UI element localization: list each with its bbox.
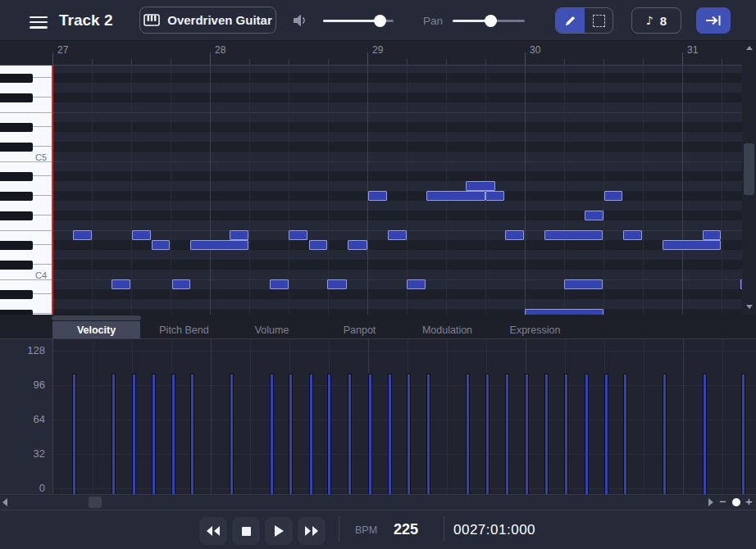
zoom-out-icon[interactable]: −	[719, 494, 726, 508]
midi-note[interactable]	[663, 240, 721, 250]
midi-note[interactable]	[505, 230, 524, 240]
instrument-button[interactable]: Overdriven Guitar	[139, 7, 276, 34]
volume-slider-knob[interactable]	[374, 15, 386, 27]
velocity-bar[interactable]	[741, 374, 745, 494]
midi-note[interactable]	[368, 191, 387, 201]
midi-note[interactable]	[73, 230, 92, 240]
midi-note[interactable]	[190, 240, 248, 250]
midi-note[interactable]	[112, 279, 130, 289]
velocity-bar[interactable]	[72, 374, 76, 494]
tab-panpot[interactable]: Panpot	[316, 321, 403, 338]
velocity-bar[interactable]	[348, 374, 352, 494]
tab-expression[interactable]: Expression	[491, 321, 579, 338]
velocity-bar[interactable]	[152, 374, 156, 494]
black-key[interactable]	[0, 172, 33, 181]
zoom-in-icon[interactable]: +	[745, 494, 753, 508]
velocity-bar[interactable]	[505, 374, 509, 494]
midi-note[interactable]	[327, 279, 347, 289]
midi-note[interactable]	[466, 181, 495, 191]
black-key[interactable]	[0, 143, 33, 152]
rewind-button[interactable]	[199, 517, 227, 545]
midi-note[interactable]	[525, 309, 603, 315]
tab-modulation[interactable]: Modulation	[403, 321, 491, 338]
velocity-bar[interactable]	[190, 374, 194, 494]
velocity-bar[interactable]	[388, 374, 392, 494]
velocity-bar[interactable]	[309, 374, 313, 494]
velocity-bar[interactable]	[585, 374, 589, 494]
black-key[interactable]	[0, 261, 33, 270]
midi-note[interactable]	[348, 240, 367, 250]
midi-note[interactable]	[604, 191, 622, 201]
midi-note[interactable]	[230, 230, 248, 240]
black-key[interactable]	[0, 241, 33, 250]
tab-volume[interactable]: Volume	[228, 321, 316, 338]
midi-note[interactable]	[544, 230, 603, 240]
midi-note[interactable]	[152, 240, 170, 250]
velocity-bar[interactable]	[623, 374, 627, 494]
velocity-bar[interactable]	[132, 374, 136, 494]
velocity-bar[interactable]	[703, 374, 707, 494]
midi-note[interactable]	[485, 191, 504, 201]
black-key[interactable]	[0, 192, 33, 201]
midi-note[interactable]	[703, 230, 721, 240]
tab-pitch-bend[interactable]: Pitch Bend	[140, 321, 228, 338]
velocity-bar[interactable]	[327, 374, 331, 494]
roll-horizontal-scrollbar[interactable]	[0, 315, 756, 321]
velocity-bar[interactable]	[485, 374, 490, 494]
midi-note[interactable]	[564, 279, 603, 289]
midi-note[interactable]	[623, 230, 642, 240]
midi-note[interactable]	[132, 230, 151, 240]
roll-horizontal-scrollbar-thumb[interactable]	[52, 315, 141, 320]
velocity-bar[interactable]	[289, 374, 293, 494]
selection-tool-button[interactable]	[585, 8, 613, 33]
vertical-scrollbar-thumb[interactable]	[744, 143, 754, 195]
midi-note[interactable]	[309, 240, 327, 250]
velocity-bar[interactable]	[466, 374, 470, 494]
black-key[interactable]	[0, 211, 33, 220]
velocity-bar[interactable]	[525, 374, 529, 494]
velocity-bar[interactable]	[604, 374, 608, 494]
black-key[interactable]	[0, 93, 33, 102]
midi-note[interactable]	[172, 279, 190, 289]
midi-note[interactable]	[270, 279, 289, 289]
velocity-bar[interactable]	[564, 374, 568, 494]
velocity-bar[interactable]	[270, 374, 274, 494]
midi-note[interactable]	[289, 230, 307, 240]
note-length-button[interactable]: ♪ 8	[631, 7, 681, 34]
velocity-bar[interactable]	[426, 374, 430, 494]
midi-note[interactable]	[388, 230, 407, 240]
velocity-chart[interactable]	[52, 339, 756, 494]
bpm-value[interactable]: 225	[394, 521, 418, 538]
piano-keyboard[interactable]: C5C4	[0, 66, 52, 315]
fast-forward-button[interactable]	[298, 517, 326, 545]
black-key[interactable]	[0, 74, 33, 83]
scroll-up-icon[interactable]	[746, 46, 753, 50]
black-key[interactable]	[0, 123, 33, 132]
scroll-left-icon[interactable]	[2, 498, 7, 506]
midi-note[interactable]	[426, 191, 485, 201]
pencil-tool-button[interactable]	[556, 8, 585, 33]
velocity-bar[interactable]	[230, 374, 234, 494]
jump-to-cursor-button[interactable]	[696, 7, 731, 34]
stop-button[interactable]	[232, 517, 260, 545]
menu-button[interactable]	[30, 13, 48, 31]
pan-slider-knob[interactable]	[485, 15, 497, 27]
black-key[interactable]	[0, 290, 33, 299]
velocity-bar[interactable]	[663, 374, 667, 494]
velocity-bar[interactable]	[368, 374, 372, 494]
tab-velocity[interactable]: Velocity	[52, 321, 140, 338]
bottom-scrollbar-thumb[interactable]	[89, 497, 102, 508]
ruler[interactable]: 2728293031	[0, 41, 756, 66]
note-grid[interactable]	[52, 66, 742, 315]
midi-note[interactable]	[585, 211, 603, 220]
velocity-bar[interactable]	[544, 374, 549, 494]
velocity-bar[interactable]	[112, 374, 116, 494]
scroll-down-icon[interactable]	[746, 305, 753, 309]
midi-note[interactable]	[407, 279, 426, 289]
play-button[interactable]	[265, 517, 293, 545]
velocity-bar[interactable]	[407, 374, 411, 494]
velocity-bar[interactable]	[171, 374, 175, 494]
vertical-scrollbar[interactable]	[742, 41, 756, 315]
zoom-reset-dot[interactable]	[732, 498, 740, 506]
scroll-right-icon[interactable]	[708, 498, 713, 506]
